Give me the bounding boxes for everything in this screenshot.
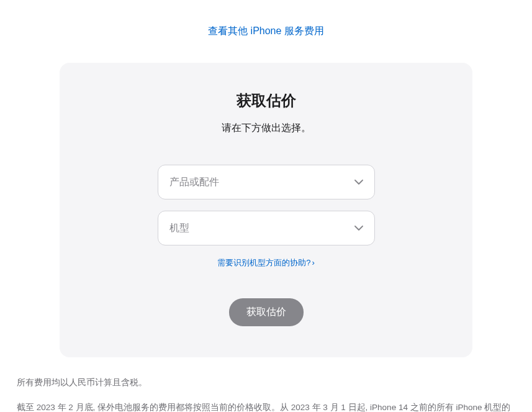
view-other-services-link[interactable]: 查看其他 iPhone 服务费用 <box>208 25 324 36</box>
get-estimate-button[interactable]: 获取估价 <box>229 298 304 326</box>
estimate-card: 获取估价 请在下方做出选择。 产品或配件 机型 需要识别机型方面的协助?› 获取… <box>60 63 472 357</box>
help-link-container: 需要识别机型方面的协助?› <box>84 257 448 268</box>
model-select-placeholder: 机型 <box>169 222 189 235</box>
footer-notes: 所有费用均以人民币计算且含税。 截至 2023 年 2 月底, 保外电池服务的费… <box>11 375 521 412</box>
chevron-right-icon: › <box>312 258 314 267</box>
product-select-placeholder: 产品或配件 <box>169 176 219 189</box>
model-select-wrapper: 机型 <box>158 211 375 245</box>
footer-line-2-part1: 截至 2023 年 2 月底, 保外电池服务的费用都将按照当前的价格收取。从 2… <box>17 403 510 412</box>
top-link-container: 查看其他 iPhone 服务费用 <box>0 25 532 38</box>
model-select[interactable]: 机型 <box>158 211 375 245</box>
footer-line-1: 所有费用均以人民币计算且含税。 <box>17 375 515 391</box>
product-select-wrapper: 产品或配件 <box>158 165 375 199</box>
card-title: 获取估价 <box>84 91 448 111</box>
chevron-down-icon <box>354 180 363 185</box>
help-link-text: 需要识别机型方面的协助? <box>217 258 310 267</box>
identify-model-help-link[interactable]: 需要识别机型方面的协助?› <box>217 258 315 267</box>
footer-line-2: 截至 2023 年 2 月底, 保外电池服务的费用都将按照当前的价格收取。从 2… <box>17 400 515 412</box>
chevron-down-icon <box>354 226 363 231</box>
product-select[interactable]: 产品或配件 <box>158 165 375 199</box>
card-subtitle: 请在下方做出选择。 <box>84 122 448 135</box>
